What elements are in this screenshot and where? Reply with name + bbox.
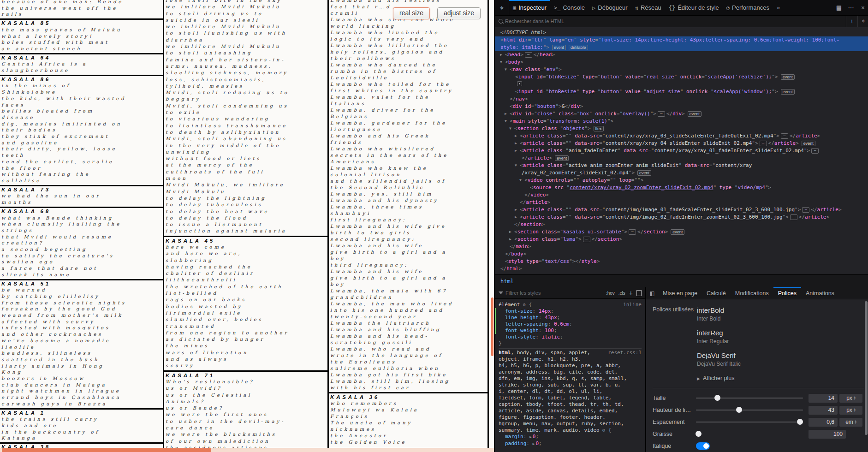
css-property[interactable]: font-weight: 100; — [499, 327, 642, 334]
devtools-tab-more[interactable]: » — [773, 0, 784, 15]
badge-event[interactable]: event — [637, 170, 651, 176]
css-property[interactable]: letter-spacing: 0.6em; — [499, 321, 642, 327]
markup-row[interactable]: </main> — [495, 243, 868, 250]
markup-row[interactable]: </body> — [495, 250, 868, 258]
markup-row[interactable]: ▶<section class="lsma">⋯</section> — [495, 236, 868, 243]
rule-origin[interactable]: reset.css:1 — [608, 350, 642, 356]
poem-block[interactable]: KASALA 1the trains still carrykids and o… — [0, 408, 163, 443]
markup-row[interactable]: ▶<article class="" data-src="content/xra… — [495, 140, 868, 147]
node-picker-icon[interactable]: ⌖ — [495, 0, 509, 15]
markup-row[interactable]: <input id="btnResize" type="button" valu… — [495, 88, 868, 95]
print-sim-icon[interactable] — [636, 290, 642, 296]
markup-row[interactable]: style: italic;">eventdéfilable — [495, 44, 868, 51]
badge-event[interactable]: event — [802, 141, 815, 146]
font-family-name[interactable]: interBold — [697, 306, 741, 314]
ellipsis-marker[interactable]: ⋯ — [629, 229, 636, 235]
stepper-arrows-icon[interactable]: ▴▾ — [855, 420, 856, 424]
markup-row[interactable]: <html dir="ltr" lang="en" style="font-si… — [495, 36, 868, 44]
devtools-tab-console[interactable]: >_Console — [550, 0, 589, 15]
markup-row[interactable]: </nav> — [495, 95, 868, 103]
slider-thumb[interactable] — [736, 407, 742, 413]
ellipsis-marker[interactable]: ⋯ — [811, 148, 819, 154]
ellipsis-marker[interactable]: ⋯ — [790, 214, 797, 220]
collapse-arrow-icon[interactable]: ▼ — [505, 66, 507, 73]
badge-event[interactable]: event — [688, 111, 702, 117]
poem-fragment[interactable]: Lwamba and his restlessfeet that r…dcram… — [329, 0, 488, 392]
poem-block[interactable]: KASALA 71Who's reslionsible?us or Mvidi?… — [164, 370, 327, 448]
markup-row[interactable]: </html> — [495, 265, 868, 273]
breadcrumb-item-html[interactable]: html — [500, 278, 514, 285]
markup-row[interactable]: </article> — [495, 199, 868, 206]
value-input[interactable]: 14 — [809, 394, 838, 403]
sidebar-tab-mise-en-page[interactable]: Mise en page — [658, 287, 702, 299]
collapse-arrow-icon[interactable]: ▼ — [519, 177, 522, 184]
adjust-size-button[interactable]: adjust size — [437, 7, 481, 19]
badge-event[interactable]: event — [781, 74, 795, 80]
markup-row[interactable]: <source src="content/xray/xray_02_zoomEn… — [495, 184, 868, 191]
expand-arrow-icon[interactable]: ▶ — [515, 214, 517, 221]
badge-défilable[interactable]: défilable — [569, 45, 588, 50]
poem-block[interactable]: KASALA 38the — [0, 442, 163, 448]
expand-arrow-icon[interactable]: ▶ — [515, 206, 517, 214]
ellipsis-marker[interactable]: ⋯ — [658, 111, 665, 117]
expand-arrow-icon[interactable]: ▶ — [505, 110, 507, 118]
stepper-arrows-icon[interactable]: ▴▾ — [854, 408, 856, 412]
markup-row[interactable]: ▼<article class="active anim_zoomEnter a… — [495, 162, 868, 169]
show-more-link[interactable]: ▶Afficher plus — [697, 375, 868, 381]
markup-row[interactable]: /xray_02_zoomEnter_slideExit_02.mp4">eve… — [495, 169, 868, 177]
markup-row[interactable]: ▶<div id="close" class="box" onclick="ov… — [495, 110, 868, 118]
search-picker-icon[interactable]: ⌖ — [857, 16, 868, 27]
ellipsis-marker[interactable]: ⋯ — [525, 52, 532, 58]
css-property[interactable]: font-size: 14px; — [499, 308, 642, 315]
sidebar-tab-modifications[interactable]: Modifications — [731, 287, 773, 299]
slider[interactable] — [696, 419, 803, 425]
sidebar-toggle-icon[interactable]: ◧ — [646, 287, 658, 299]
markup-row[interactable]: ▶<article class="" data-src="content/img… — [495, 214, 868, 221]
markup-row[interactable] — [495, 81, 868, 88]
markup-row[interactable]: ▼<section class="objects">flex — [495, 125, 868, 132]
meatball-menu-icon[interactable]: ⋯ — [845, 0, 857, 15]
markup-row[interactable]: ▶<section class="kasalas ui-sortable">⋯<… — [495, 228, 868, 236]
devtools-tab-performances[interactable]: ◔Performances — [723, 0, 773, 15]
horizontal-scrollbar[interactable] — [0, 448, 494, 452]
poem-block[interactable]: KASALA 36who remembersMulowayi wa Kalala… — [329, 392, 488, 446]
slider[interactable] — [696, 407, 803, 413]
value-input[interactable]: 100 — [809, 430, 846, 439]
ellipsis-marker[interactable]: ⋯ — [583, 237, 590, 242]
collapse-arrow-icon[interactable]: ▼ — [500, 59, 502, 66]
markup-row[interactable]: <!DOCTYPE html> — [495, 29, 868, 36]
poem-block[interactable]: KASALA 68what was Bende thinkingwhen clu… — [0, 207, 163, 279]
poem-block[interactable]: KASALA 51be warnedby catching eliilelisy… — [0, 279, 163, 408]
unit-select[interactable]: px▴▾ — [839, 406, 862, 415]
devtools-tab--diteur-de-style[interactable]: {}Éditeur de style — [665, 0, 723, 15]
markup-row[interactable]: ▶<head>⋯</head> — [495, 51, 868, 59]
close-devtools-icon[interactable]: × — [857, 0, 868, 15]
value-input[interactable]: 43 — [809, 406, 838, 415]
sidebar-tab-calcul-[interactable]: Calculé — [702, 287, 731, 299]
style-filter-bar[interactable]: Filtrer les styles :hov .cls + — [495, 287, 645, 299]
slider-thumb[interactable] — [797, 419, 803, 425]
markup-row[interactable]: ▼<body> — [495, 59, 868, 66]
slider-thumb[interactable] — [714, 395, 720, 401]
expand-arrow-icon[interactable]: ▶ — [515, 147, 517, 155]
ellipsis-marker[interactable]: ⋯ — [781, 133, 788, 139]
collapse-arrow-icon[interactable]: ▼ — [505, 118, 507, 125]
markup-row[interactable]: ▼<main style="transform: scale(1)"> — [495, 118, 868, 125]
rule-origin[interactable]: inline — [623, 302, 642, 308]
badge-event[interactable]: event — [781, 89, 795, 95]
markup-search-bar[interactable]: Rechercher dans le HTML + ⌖ — [495, 16, 868, 27]
fonts-panel-scrollbar[interactable] — [865, 301, 868, 435]
sidebar-tab-animations[interactable]: Animations — [801, 287, 839, 299]
slider[interactable] — [696, 395, 803, 401]
vertical-scrollbar-thumb[interactable] — [491, 297, 493, 356]
expand-arrow-icon[interactable]: ▶ — [515, 140, 517, 147]
expand-arrow-icon[interactable]: ▶ — [500, 51, 502, 59]
markup-row[interactable]: ▶<article class="" data-src="content/xra… — [495, 132, 868, 140]
italic-toggle[interactable] — [696, 442, 710, 450]
collapse-arrow-icon[interactable]: ▼ — [515, 162, 517, 169]
ellipsis-marker[interactable]: ⋯ — [802, 207, 809, 213]
expand-arrow-icon[interactable]: ▶ — [509, 236, 511, 243]
slider-thumb[interactable] — [696, 431, 702, 437]
css-property[interactable]: padding: ▶0; — [499, 440, 642, 447]
expand-arrow-icon[interactable]: ▶ — [509, 228, 511, 236]
